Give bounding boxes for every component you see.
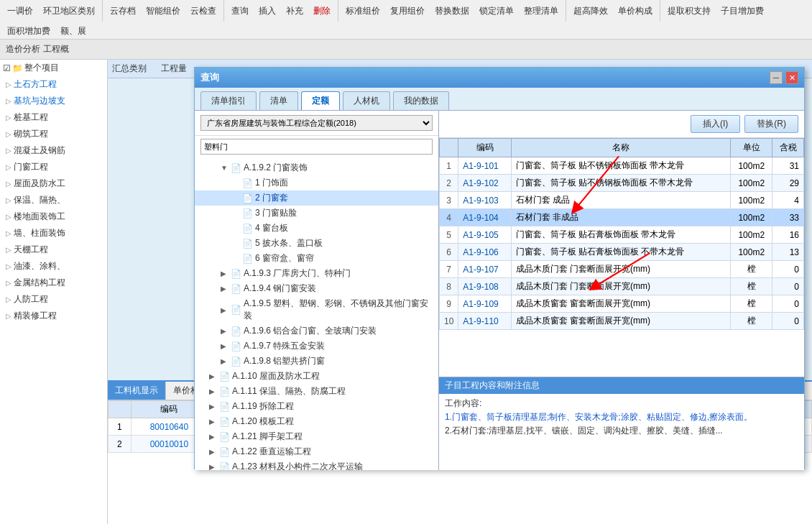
btn-yitiaojia[interactable]: 一调价 bbox=[3, 4, 37, 19]
table-row[interactable]: 6 A1-9-106 门窗套、筒子板 贴石膏板饰面板 不带木龙骨 100m2 1… bbox=[440, 244, 804, 261]
tree-node-0[interactable]: ▼📄A.1.9.2 门窗装饰 bbox=[195, 160, 438, 175]
sidebar: ☑ 📁 整个项目 ▷ 土石方工程▷ 基坑与边坡支▷ 桩基工程▷ 砌筑工程▷ 混凝… bbox=[0, 60, 108, 524]
dialog-minimize-btn[interactable]: ─ bbox=[770, 71, 783, 84]
tree-node-17[interactable]: ▶📄A.1.21 脚手架工程 bbox=[195, 429, 438, 444]
dialog-close-btn[interactable]: ✕ bbox=[785, 71, 798, 84]
dialog-body: 广东省房屋建筑与装饰工程综合定额(2018) ▼📄A.1.9.2 门窗装饰📄1 … bbox=[195, 111, 804, 470]
btn-suoding[interactable]: 锁定清单 bbox=[475, 4, 518, 19]
tree-node-2[interactable]: 📄2 门窗套 bbox=[195, 190, 438, 206]
btn-tihuan[interactable]: 替换数据 bbox=[430, 4, 474, 19]
tab-qingdan-zhiyin[interactable]: 清单指引 bbox=[200, 91, 257, 110]
th-unit: 单位 bbox=[731, 139, 772, 157]
btn-buchong[interactable]: 补充 bbox=[282, 4, 308, 19]
table-row[interactable]: 5 A1-9-105 门窗套、筒子板 贴石膏板饰面板 带木龙骨 100m2 16 bbox=[440, 226, 804, 244]
sidebar-item-3[interactable]: ▷ 砌筑工程 bbox=[0, 126, 107, 142]
sidebar-item-5[interactable]: ▷ 门窗工程 bbox=[0, 159, 107, 175]
btn-minji[interactable]: 面积增加费 bbox=[3, 24, 55, 39]
sidebar-item-4[interactable]: ▷ 混凝土及钢筋 bbox=[0, 142, 107, 159]
btn-ezhan[interactable]: 额、展 bbox=[56, 24, 91, 39]
cell-tax: 31 bbox=[772, 157, 804, 175]
quota-select[interactable]: 广东省房屋建筑与装饰工程综合定额(2018) bbox=[200, 115, 433, 131]
btn-chaxun[interactable]: 查询 bbox=[227, 4, 253, 19]
cell-name: 成品木质窗套 窗套断面展开宽(mm) bbox=[511, 313, 730, 330]
tree-node-12[interactable]: ▶📄A.1.9.8 铝塑共挤门窗 bbox=[195, 354, 438, 369]
tree-node-18[interactable]: ▶📄A.1.22 垂直运输工程 bbox=[195, 444, 438, 459]
btn-huanwei[interactable]: 环卫地区类别 bbox=[39, 4, 99, 19]
btn-biaozhun[interactable]: 标准组价 bbox=[341, 4, 384, 19]
replace-btn[interactable]: 替换(R) bbox=[744, 115, 798, 133]
sidebar-item-1[interactable]: ▷ 基坑与边坡支 bbox=[0, 93, 107, 109]
btn-fuyong[interactable]: 复用组价 bbox=[386, 4, 429, 19]
cell-tax: 16 bbox=[772, 226, 804, 244]
btn-yunjiancha[interactable]: 云检查 bbox=[186, 4, 221, 19]
btn-shanchu[interactable]: 删除 bbox=[309, 4, 335, 19]
sep3 bbox=[338, 0, 338, 22]
tree-node-5[interactable]: 📄5 披水条、盖口板 bbox=[195, 236, 438, 251]
folder-icon: 📁 bbox=[12, 63, 23, 73]
sidebar-item-7[interactable]: ▷ 保温、隔热、 bbox=[0, 192, 107, 208]
btn-zhinengzujia[interactable]: 智能组价 bbox=[142, 4, 185, 19]
tab-ding-e[interactable]: 定额 bbox=[301, 91, 340, 110]
cell-name: 石材门套 非成品 bbox=[511, 209, 730, 226]
table-row[interactable]: 8 A1-9-108 成品木质门套 门套断面展开宽(mm) 樘 0 bbox=[440, 278, 804, 295]
cell-name: 门窗套、筒子板 贴不锈钢板饰面板 不带木龙骨 bbox=[511, 175, 730, 192]
zaojia-label[interactable]: 造价分析 bbox=[6, 43, 40, 55]
cell-unit: 樘 bbox=[731, 313, 772, 330]
table-row[interactable]: 4 A1-9-104 石材门套 非成品 100m2 33 bbox=[440, 209, 804, 226]
tree-node-6[interactable]: 📄6 窗帘盒、窗帘 bbox=[195, 251, 438, 266]
dialog-right: 插入(I) 替换(R) 编码 名称 单位 bbox=[439, 111, 804, 470]
sidebar-item-13[interactable]: ▷ 人防工程 bbox=[0, 291, 107, 308]
gongcheng-label[interactable]: 工程概 bbox=[43, 43, 69, 55]
sidebar-item-9[interactable]: ▷ 墙、柱面装饰 bbox=[0, 225, 107, 242]
cell-tax: 0 bbox=[772, 295, 804, 313]
tree-node-8[interactable]: ▶📄A.1.9.4 钢门窗安装 bbox=[195, 281, 438, 296]
sidebar-item-8[interactable]: ▷ 楼地面装饰工 bbox=[0, 208, 107, 225]
table-row[interactable]: 2 A1-9-102 门窗套、筒子板 贴不锈钢板饰面板 不带木龙骨 100m2 … bbox=[440, 175, 804, 192]
tab-qingdan[interactable]: 清单 bbox=[259, 91, 298, 110]
btn-chaogao[interactable]: 超高降效 bbox=[569, 4, 612, 19]
cell-num: 9 bbox=[440, 295, 458, 313]
btn-charu[interactable]: 插入 bbox=[254, 4, 280, 19]
sidebar-item-6[interactable]: ▷ 屋面及防水工 bbox=[0, 175, 107, 192]
cell-unit: 100m2 bbox=[731, 226, 772, 244]
dialog-table: 编码 名称 单位 含税 1 A1-9-101 门窗套、筒子板 贴不锈钢板饰面板 bbox=[439, 138, 804, 330]
table-row[interactable]: 9 A1-9-109 成品木质窗套 窗套断面展开宽(mm) 樘 0 bbox=[440, 295, 804, 313]
table-row[interactable]: 7 A1-9-107 成品木质门套 门套断面展开宽(mm) 樘 0 bbox=[440, 261, 804, 278]
btn-ziming[interactable]: 子目增加费 bbox=[716, 4, 768, 19]
cell-unit: 樘 bbox=[731, 295, 772, 313]
tree-node-16[interactable]: ▶📄A.1.20 模板工程 bbox=[195, 414, 438, 429]
table-row[interactable]: 10 A1-9-110 成品木质窗套 窗套断面展开宽(mm) 樘 0 bbox=[440, 313, 804, 330]
btn-danjia[interactable]: 单价构成 bbox=[614, 4, 657, 19]
tree-node-1[interactable]: 📄1 门饰面 bbox=[195, 175, 438, 190]
sidebar-item-12[interactable]: ▷ 金属结构工程 bbox=[0, 275, 107, 291]
tree-node-7[interactable]: ▶📄A.1.9.3 厂库房大门、特种门 bbox=[195, 266, 438, 281]
sidebar-item-0[interactable]: ▷ 土石方工程 bbox=[0, 76, 107, 93]
tab-rencaiji[interactable]: 人材机 bbox=[343, 91, 390, 110]
dialog-titlebar-btns: ─ ✕ bbox=[770, 71, 798, 84]
tree-node-13[interactable]: ▶📄A.1.10 屋面及防水工程 bbox=[195, 369, 438, 384]
search-input[interactable] bbox=[200, 139, 433, 155]
tree-node-3[interactable]: 📄3 门窗贴脸 bbox=[195, 206, 438, 221]
tree-node-10[interactable]: ▶📄A.1.9.6 铝合金门窗、全玻璃门安装 bbox=[195, 323, 438, 339]
table-row[interactable]: 3 A1-9-103 石材门套 成品 100m2 4 bbox=[440, 192, 804, 209]
btn-yuncundang[interactable]: 云存档 bbox=[106, 4, 140, 19]
btn-zhengli[interactable]: 整理清单 bbox=[520, 4, 563, 19]
note-line: 2.石材门套:清理基层,找平、镶嵌、固定、调沟处理、擦胶、美缝、插缝... bbox=[445, 424, 798, 438]
sidebar-item-2[interactable]: ▷ 桩基工程 bbox=[0, 109, 107, 126]
btn-tiqu[interactable]: 提取积支持 bbox=[663, 4, 715, 19]
tree-node-9[interactable]: ▶📄A.1.9.5 塑料、塑钢、彩钢、不锈钢及其他门窗安装 bbox=[195, 296, 438, 323]
dialog-note-title: 子目工程内容和附注信息 bbox=[439, 377, 804, 394]
cell-unit: 100m2 bbox=[731, 157, 772, 175]
tree-node-14[interactable]: ▶📄A.1.11 保温、隔热、防腐工程 bbox=[195, 384, 438, 399]
table-row[interactable]: 1 A1-9-101 门窗套、筒子板 贴不锈钢板饰面板 带木龙骨 100m2 3… bbox=[440, 157, 804, 175]
tree-node-11[interactable]: ▶📄A.1.9.7 特殊五金安装 bbox=[195, 339, 438, 354]
sep1 bbox=[102, 0, 103, 22]
insert-btn[interactable]: 插入(I) bbox=[691, 115, 740, 133]
tab-wo-de-shuju[interactable]: 我的数据 bbox=[393, 91, 449, 110]
tree-node-15[interactable]: ▶📄A.1.19 拆除工程 bbox=[195, 399, 438, 414]
sidebar-item-11[interactable]: ▷ 油漆、涂料、 bbox=[0, 258, 107, 275]
tree-node-4[interactable]: 📄4 窗台板 bbox=[195, 221, 438, 236]
tree-node-19[interactable]: ▶📄A.1.23 材料及小构件二次水平运输 bbox=[195, 459, 438, 470]
sidebar-item-14[interactable]: ▷ 精装修工程 bbox=[0, 308, 107, 324]
sidebar-item-10[interactable]: ▷ 天棚工程 bbox=[0, 242, 107, 258]
